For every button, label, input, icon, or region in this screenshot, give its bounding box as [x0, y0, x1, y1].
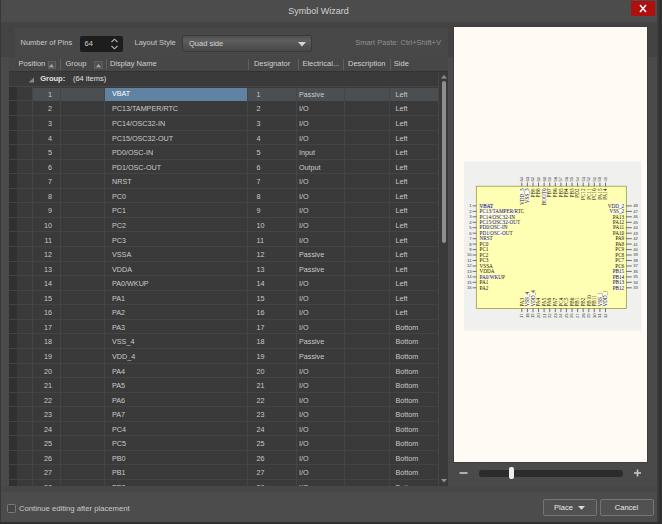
svg-text:17: 17 [519, 313, 524, 318]
svg-text:PB0: PB0 [569, 297, 575, 306]
svg-text:47: 47 [633, 209, 638, 214]
svg-text:PB4: PB4 [563, 188, 569, 197]
svg-text:PB7: PB7 [546, 188, 552, 197]
svg-text:40: 40 [633, 247, 638, 252]
svg-text:VSS_3: VSS_3 [524, 188, 530, 203]
svg-text:53: 53 [581, 176, 586, 181]
svg-text:28: 28 [581, 313, 586, 318]
svg-text:13: 13 [467, 269, 472, 274]
svg-text:56: 56 [564, 176, 569, 181]
svg-text:PA4: PA4 [535, 297, 541, 306]
svg-text:29: 29 [586, 313, 591, 318]
svg-text:PC5: PC5 [563, 297, 569, 306]
svg-text:11: 11 [467, 258, 472, 263]
svg-text:23: 23 [553, 313, 558, 318]
svg-text:51: 51 [592, 176, 597, 181]
svg-text:49: 49 [603, 176, 608, 181]
svg-text:27: 27 [575, 313, 580, 318]
svg-text:15: 15 [467, 280, 472, 285]
svg-text:48: 48 [633, 203, 638, 208]
svg-text:37: 37 [633, 263, 638, 268]
svg-text:62: 62 [530, 176, 535, 181]
svg-text:PA15: PA15 [597, 188, 603, 200]
svg-text:57: 57 [558, 176, 563, 181]
svg-text:41: 41 [633, 242, 638, 247]
svg-text:63: 63 [525, 176, 530, 181]
svg-text:10: 10 [467, 252, 472, 257]
svg-text:PB8: PB8 [535, 188, 541, 197]
svg-text:14: 14 [467, 274, 472, 279]
svg-text:18: 18 [525, 313, 530, 318]
svg-text:PC12: PC12 [580, 188, 586, 200]
svg-text:35: 35 [633, 274, 638, 279]
svg-text:20: 20 [536, 313, 541, 318]
svg-text:38: 38 [633, 258, 638, 263]
svg-text:52: 52 [586, 176, 591, 181]
svg-text:BOOT0: BOOT0 [541, 188, 547, 205]
svg-text:PC10: PC10 [591, 188, 597, 200]
svg-text:VSS_4: VSS_4 [524, 291, 530, 306]
svg-text:22: 22 [547, 313, 552, 318]
svg-text:VDD_1: VDD_1 [602, 290, 608, 307]
svg-text:61: 61 [536, 176, 541, 181]
svg-text:55: 55 [569, 176, 574, 181]
svg-text:34: 34 [633, 280, 638, 285]
svg-text:60: 60 [542, 176, 547, 181]
svg-text:PB6: PB6 [552, 188, 558, 197]
svg-text:54: 54 [575, 176, 580, 181]
svg-text:12: 12 [467, 263, 472, 268]
svg-text:PB3: PB3 [569, 188, 575, 197]
svg-text:PB11: PB11 [591, 295, 597, 307]
svg-text:PA2: PA2 [480, 285, 489, 291]
svg-text:PB1: PB1 [574, 297, 580, 306]
svg-text:PB2: PB2 [580, 297, 586, 306]
svg-text:36: 36 [633, 269, 638, 274]
svg-text:24: 24 [558, 313, 563, 318]
svg-text:32: 32 [603, 313, 608, 318]
svg-text:46: 46 [633, 214, 638, 219]
svg-text:42: 42 [633, 236, 638, 241]
svg-text:PA6: PA6 [546, 297, 552, 306]
svg-text:39: 39 [633, 252, 638, 257]
svg-text:21: 21 [542, 313, 547, 318]
svg-text:16: 16 [467, 285, 472, 290]
svg-text:PA3: PA3 [519, 297, 525, 306]
svg-text:43: 43 [633, 231, 638, 236]
svg-text:44: 44 [633, 225, 638, 230]
svg-text:VSS_1: VSS_1 [597, 291, 603, 306]
svg-text:PB12: PB12 [613, 285, 625, 291]
svg-text:PA5: PA5 [541, 297, 547, 306]
svg-text:26: 26 [569, 313, 574, 318]
svg-text:59: 59 [547, 176, 552, 181]
svg-text:25: 25 [564, 313, 569, 318]
svg-text:PA7: PA7 [552, 297, 558, 306]
svg-text:33: 33 [633, 285, 638, 290]
svg-text:50: 50 [597, 176, 602, 181]
svg-text:31: 31 [597, 313, 602, 318]
svg-text:64: 64 [519, 176, 524, 181]
svg-text:45: 45 [633, 220, 638, 225]
svg-text:30: 30 [592, 313, 597, 318]
svg-text:19: 19 [530, 313, 535, 318]
svg-text:58: 58 [553, 176, 558, 181]
svg-text:PD2: PD2 [574, 188, 580, 198]
svg-text:PA14: PA14 [602, 188, 608, 200]
svg-text:VDD_3: VDD_3 [519, 188, 525, 205]
